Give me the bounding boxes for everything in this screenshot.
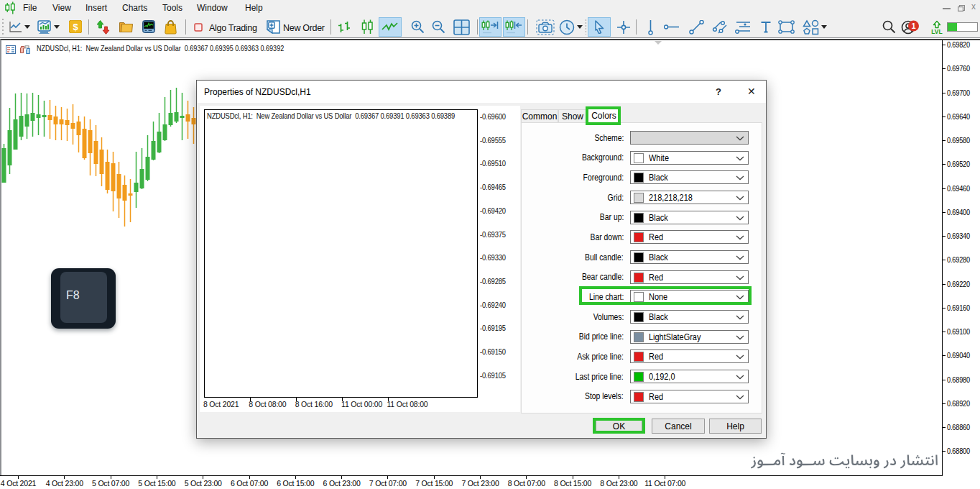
svg-text:1: 1	[911, 22, 915, 30]
svg-text:LVL: LVL	[931, 28, 942, 35]
